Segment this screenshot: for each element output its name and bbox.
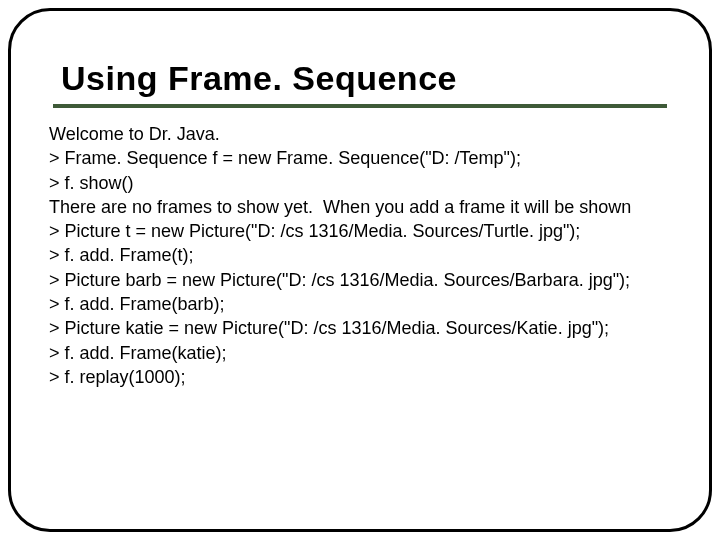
slide: Using Frame. Sequence Welcome to Dr. Jav… [0,0,720,540]
code-line: > Picture t = new Picture("D: /cs 1316/M… [49,219,673,243]
code-line: > f. add. Frame(t); [49,243,673,267]
slide-title: Using Frame. Sequence [61,59,673,98]
code-line: Welcome to Dr. Java. [49,122,673,146]
code-line: > f. add. Frame(katie); [49,341,673,365]
code-line: There are no frames to show yet. When yo… [49,195,673,219]
code-line: > Frame. Sequence f = new Frame. Sequenc… [49,146,673,170]
code-line: > f. add. Frame(barb); [49,292,673,316]
code-line: > Picture katie = new Picture("D: /cs 13… [49,316,673,340]
code-body: Welcome to Dr. Java. > Frame. Sequence f… [49,122,673,389]
code-line: > f. replay(1000); [49,365,673,389]
code-line: > f. show() [49,171,673,195]
title-rule [53,104,667,108]
code-line: > Picture barb = new Picture("D: /cs 131… [49,268,673,292]
slide-frame: Using Frame. Sequence Welcome to Dr. Jav… [8,8,712,532]
